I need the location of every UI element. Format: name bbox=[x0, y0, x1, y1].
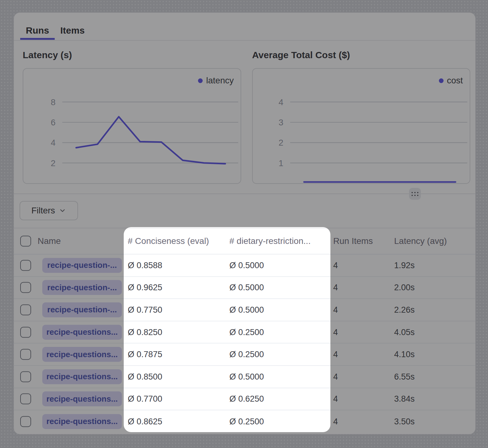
tab-bar: Runs Items bbox=[20, 21, 90, 40]
svg-text:2: 2 bbox=[279, 138, 283, 147]
tab-items-label: Items bbox=[60, 25, 85, 36]
column-header-run-items: Run Items bbox=[333, 236, 373, 246]
row-checkbox[interactable] bbox=[20, 416, 31, 427]
latency-avg-cell: 3.50s bbox=[394, 417, 415, 426]
column-header-name: Name bbox=[38, 236, 61, 246]
tabbar-divider bbox=[14, 40, 475, 41]
column-header-conciseness: # Conciseness (eval) bbox=[128, 236, 209, 246]
run-items-cell: 4 bbox=[333, 283, 338, 292]
column-header-latency: Latency (avg) bbox=[394, 236, 447, 246]
tab-runs[interactable]: Runs bbox=[20, 21, 55, 40]
grip-dots-icon bbox=[412, 192, 418, 196]
latency-avg-cell: 2.00s bbox=[394, 283, 415, 292]
dietary-restriction-score-cell: Ø 0.6250 bbox=[229, 394, 264, 404]
row-checkbox[interactable] bbox=[20, 349, 31, 360]
table-row[interactable]: recipe-questions...Ø 0.7700Ø 0.625043.84… bbox=[14, 388, 475, 411]
table-row[interactable]: recipe-questions...Ø 0.8500Ø 0.500046.55… bbox=[14, 366, 475, 388]
latency-avg-cell: 1.92s bbox=[394, 260, 415, 270]
run-items-cell: 4 bbox=[333, 260, 338, 270]
dietary-restriction-score-cell: Ø 0.5000 bbox=[229, 283, 264, 292]
dietary-restriction-score-cell: Ø 0.5000 bbox=[229, 372, 264, 381]
conciseness-score-cell: Ø 0.9625 bbox=[128, 283, 162, 292]
dietary-restriction-score-cell: Ø 0.2500 bbox=[229, 350, 264, 359]
table-row[interactable]: recipe-question-...Ø 0.8588Ø 0.500041.92… bbox=[14, 254, 475, 277]
svg-text:2: 2 bbox=[51, 158, 55, 168]
row-checkbox[interactable] bbox=[20, 327, 31, 338]
table-row[interactable]: recipe-questions...Ø 0.7875Ø 0.250044.10… bbox=[14, 343, 475, 366]
latency-avg-cell: 4.05s bbox=[394, 327, 415, 337]
svg-text:1: 1 bbox=[279, 158, 283, 168]
run-name-badge[interactable]: recipe-questions... bbox=[42, 391, 122, 406]
table-row[interactable]: recipe-questions...Ø 0.8625Ø 0.250043.50… bbox=[14, 410, 475, 433]
run-name-badge[interactable]: recipe-questions... bbox=[42, 414, 122, 429]
run-name-badge[interactable]: recipe-question-... bbox=[42, 258, 122, 273]
run-items-cell: 4 bbox=[333, 417, 338, 426]
svg-text:6: 6 bbox=[51, 118, 55, 127]
dietary-restriction-score-cell: Ø 0.5000 bbox=[229, 305, 264, 315]
tab-items[interactable]: Items bbox=[55, 21, 90, 40]
run-items-cell: 4 bbox=[333, 305, 338, 315]
cost-chart: cost 4321 bbox=[252, 68, 470, 184]
run-items-cell: 4 bbox=[333, 394, 338, 404]
row-checkbox[interactable] bbox=[20, 282, 31, 293]
conciseness-score-cell: Ø 0.7750 bbox=[128, 305, 162, 315]
run-items-cell: 4 bbox=[333, 350, 338, 359]
run-name-badge[interactable]: recipe-questions... bbox=[42, 347, 122, 362]
filters-button[interactable]: Filters bbox=[20, 201, 78, 220]
cost-legend-label: cost bbox=[447, 76, 463, 86]
filters-button-label: Filters bbox=[31, 206, 55, 216]
table-body: recipe-question-...Ø 0.8588Ø 0.500041.92… bbox=[14, 254, 475, 433]
table-row[interactable]: recipe-question-...Ø 0.7750Ø 0.500042.26… bbox=[14, 299, 475, 321]
resize-drag-handle[interactable] bbox=[409, 188, 421, 200]
latency-avg-cell: 6.55s bbox=[394, 372, 415, 381]
runs-table: Name # Conciseness (eval) # dietary-rest… bbox=[14, 228, 475, 434]
svg-text:4: 4 bbox=[279, 97, 283, 107]
conciseness-score-cell: Ø 0.8625 bbox=[128, 417, 162, 426]
latency-avg-cell: 3.84s bbox=[394, 394, 415, 404]
column-header-dietary: # dietary-restriction... bbox=[229, 236, 311, 246]
runs-panel: Runs Items Latency (s) Average Total Cos… bbox=[14, 12, 476, 434]
cost-line-plot: 4321 bbox=[253, 69, 470, 183]
select-all-checkbox[interactable] bbox=[20, 236, 31, 247]
latency-avg-cell: 2.26s bbox=[394, 305, 415, 315]
run-name-badge[interactable]: recipe-questions... bbox=[42, 369, 122, 384]
svg-text:4: 4 bbox=[51, 138, 55, 147]
latency-legend-dot-icon bbox=[198, 78, 203, 83]
conciseness-score-cell: Ø 0.8588 bbox=[128, 260, 162, 270]
run-name-badge[interactable]: recipe-question-... bbox=[42, 302, 122, 317]
tab-runs-label: Runs bbox=[26, 25, 49, 36]
latency-legend-label: latency bbox=[206, 76, 234, 86]
table-row[interactable]: recipe-questions...Ø 0.8250Ø 0.250044.05… bbox=[14, 321, 475, 344]
conciseness-score-cell: Ø 0.8250 bbox=[128, 327, 162, 337]
charts-section-divider bbox=[14, 194, 475, 194]
conciseness-score-cell: Ø 0.7700 bbox=[128, 394, 162, 404]
cost-legend-dot-icon bbox=[439, 78, 444, 83]
svg-text:8: 8 bbox=[51, 97, 55, 107]
dietary-restriction-score-cell: Ø 0.2500 bbox=[229, 327, 264, 337]
conciseness-score-cell: Ø 0.8500 bbox=[128, 372, 162, 381]
latency-chart: latency 8642 bbox=[23, 68, 241, 184]
table-row[interactable]: recipe-question-...Ø 0.9625Ø 0.500042.00… bbox=[14, 277, 475, 299]
latency-chart-title: Latency (s) bbox=[23, 50, 72, 60]
cost-chart-title: Average Total Cost ($) bbox=[252, 50, 350, 60]
svg-text:3: 3 bbox=[279, 118, 283, 127]
conciseness-score-cell: Ø 0.7875 bbox=[128, 350, 162, 359]
run-name-badge[interactable]: recipe-questions... bbox=[42, 325, 122, 340]
row-checkbox[interactable] bbox=[20, 394, 31, 404]
cost-legend: cost bbox=[439, 76, 463, 86]
table-header-row: Name # Conciseness (eval) # dietary-rest… bbox=[14, 228, 475, 254]
latency-legend: latency bbox=[198, 76, 234, 86]
latency-avg-cell: 4.10s bbox=[394, 350, 415, 359]
run-items-cell: 4 bbox=[333, 327, 338, 337]
run-name-badge[interactable]: recipe-question-... bbox=[42, 280, 122, 295]
row-checkbox[interactable] bbox=[20, 260, 31, 271]
dietary-restriction-score-cell: Ø 0.2500 bbox=[229, 417, 264, 426]
row-checkbox[interactable] bbox=[20, 371, 31, 382]
latency-line-plot: 8642 bbox=[23, 69, 241, 183]
run-items-cell: 4 bbox=[333, 372, 338, 381]
row-checkbox[interactable] bbox=[20, 304, 31, 315]
dietary-restriction-score-cell: Ø 0.5000 bbox=[229, 260, 264, 270]
chevron-down-icon bbox=[59, 207, 66, 214]
